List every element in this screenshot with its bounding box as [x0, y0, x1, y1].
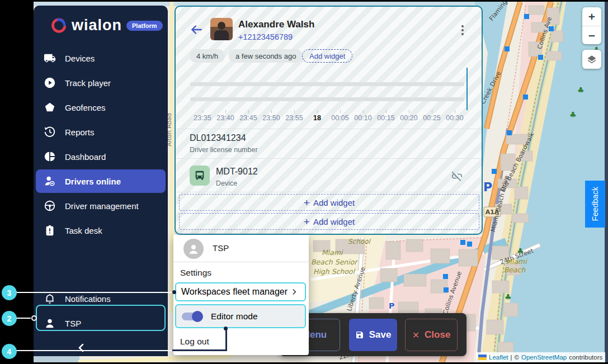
device-caption: Device [216, 179, 237, 187]
last-update-chip: a few seconds ago [229, 49, 303, 63]
feedback-label: Feedback [591, 187, 600, 221]
timeline-cursor[interactable] [466, 68, 468, 110]
svg-text:Miami: Miami [322, 248, 343, 257]
link-off-icon [451, 170, 463, 182]
sidebar-item-label: Reports [65, 127, 95, 137]
sidebar-item-drivers-online[interactable]: Drivers online [36, 169, 166, 193]
divider [176, 129, 482, 129]
sidebar-item-driver-management[interactable]: Driver management [36, 194, 166, 218]
license-number: DL012341234 [190, 133, 246, 143]
editor-mode-toggle[interactable] [182, 313, 202, 320]
annotation-line-4-h [172, 349, 227, 351]
map-bottom-water [34, 356, 79, 362]
sidebar-item-label: Driver management [65, 201, 139, 211]
add-widget-chip[interactable]: Add widget [302, 49, 352, 63]
menu-item-settings[interactable]: Settings [173, 264, 309, 282]
logo: wialon Platform [50, 17, 163, 34]
ukraine-flag-icon [478, 354, 487, 360]
map-parking-p-small: P [389, 301, 394, 310]
back-arrow-icon [189, 22, 204, 37]
timeline-tick: 23:45 [237, 114, 260, 122]
attribution-separator: | [511, 354, 512, 361]
sidebar-item-label: Notifications [65, 294, 111, 304]
speed-chip: 4 km/h [190, 49, 225, 63]
svg-text:♣: ♣ [505, 292, 512, 301]
add-widget-label: Add widget [313, 198, 355, 207]
timeline-tick: 00:05 [329, 114, 351, 122]
save-icon [355, 330, 364, 339]
user-menu: TSP Settings Workspaces fleet manager Ed… [173, 235, 309, 355]
divider [173, 262, 309, 262]
driver-online-icon [44, 175, 56, 187]
person-icon [187, 242, 200, 256]
driver-phone-link[interactable]: +12123456789 [238, 32, 293, 41]
sidebar-item-label: Devices [65, 54, 95, 63]
annotation-line-4 [16, 350, 172, 351]
annotation-badge-3: 3 [2, 285, 17, 300]
svg-text:Beach Senior: Beach Senior [311, 258, 358, 266]
timeline-tick: 00:30 [444, 114, 466, 122]
play-circle-icon [44, 77, 56, 89]
bell-icon [44, 292, 56, 305]
zoom-in-button[interactable]: + [582, 7, 601, 26]
device-name: MDT-9012 [216, 167, 258, 177]
platform-badge: Platform [126, 21, 163, 31]
timeline-tick: 00:10 [352, 114, 374, 122]
sidebar: wialon Platform Devices Track player Geo… [34, 6, 168, 356]
sidebar-item-label: Dashboard [65, 152, 106, 162]
timeline-tick: 23:35 [191, 114, 214, 122]
svg-text:♣: ♣ [577, 86, 585, 94]
zoom-out-button[interactable]: − [582, 26, 601, 45]
wialon-logo-icon [50, 17, 67, 34]
divider [176, 158, 482, 159]
chevron-right-icon [290, 288, 298, 296]
sidebar-item-geofences[interactable]: Geofences [36, 96, 166, 119]
layers-icon [586, 54, 597, 65]
annotation-badge-4: 4 [2, 344, 17, 359]
user-avatar [183, 239, 204, 259]
unlink-device-button[interactable] [451, 170, 463, 182]
feedback-button[interactable]: Feedback [585, 181, 605, 228]
annotation-dot-3 [172, 290, 176, 294]
task-icon [44, 224, 56, 237]
steering-wheel-icon [44, 200, 56, 212]
frame-top [0, 0, 608, 2]
timeline-tick: 00:25 [421, 114, 443, 122]
sidebar-item-dashboard[interactable]: Dashboard [36, 145, 166, 168]
layers-button[interactable] [582, 50, 601, 69]
sidebar-item-tsp[interactable]: TSP [36, 311, 166, 335]
save-button[interactable]: Save [349, 319, 397, 351]
timeline-tick: 23:55 [283, 114, 305, 122]
timeline-track-2[interactable] [190, 97, 464, 101]
editor-mode-label: Editor mode [211, 311, 258, 322]
menu-item-log-out[interactable]: Log out [173, 332, 309, 351]
sidebar-item-label: TSP [65, 319, 81, 328]
add-widget-row-1[interactable]: + Add widget [179, 194, 479, 211]
sidebar-item-task-desk[interactable]: Task desk [36, 219, 166, 242]
close-button[interactable]: ✕ Close [405, 319, 458, 351]
plus-icon: + [304, 216, 310, 227]
timeline-track-1[interactable] [190, 82, 464, 86]
osm-link[interactable]: OpenStreetMap [521, 354, 567, 361]
license-caption: Driver license number [190, 146, 258, 154]
sidebar-item-reports[interactable]: Reports [36, 120, 166, 144]
person-icon [44, 317, 56, 329]
workspaces-label: Workspaces fleet manager [181, 287, 287, 297]
attribution-contributors: contributors [569, 354, 602, 361]
svg-text:♣: ♣ [569, 110, 577, 119]
menu-item-editor-mode: Editor mode [175, 304, 306, 328]
back-button[interactable] [189, 22, 204, 37]
leaflet-link[interactable]: Leaflet [489, 354, 508, 361]
sidebar-collapse-button[interactable] [75, 341, 88, 354]
panel-menu-button[interactable] [458, 25, 467, 37]
add-widget-row-2[interactable]: + Add widget [179, 213, 479, 230]
chevron-left-icon [75, 341, 88, 354]
timeline-tick: 23:50 [260, 114, 282, 122]
log-out-label: Log out [180, 337, 209, 347]
annotation-line-3 [16, 292, 174, 293]
menu-item-workspaces[interactable]: Workspaces fleet manager [175, 282, 306, 301]
sidebar-item-notifications[interactable]: Notifications [36, 287, 166, 310]
user-menu-account[interactable]: TSP [173, 235, 309, 262]
sidebar-item-track-player[interactable]: Track player [36, 71, 166, 94]
sidebar-item-devices[interactable]: Devices [36, 46, 166, 70]
